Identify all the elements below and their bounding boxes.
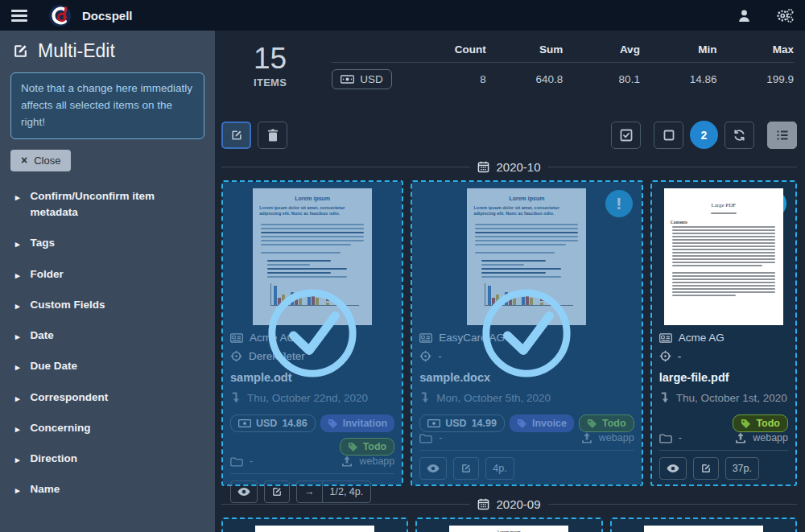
- preview-subtitle: Lorem ipsum dolor sit amet, consectetur …: [259, 205, 365, 217]
- edit-mode-button[interactable]: [221, 122, 251, 149]
- preview-eye-button[interactable]: [230, 480, 258, 503]
- item-list-area: 15 ITEMS Count Sum Avg Min Max: [215, 31, 805, 532]
- sidebar-item-direction[interactable]: ▸Direction: [10, 443, 204, 474]
- tag-badge: Todo: [340, 438, 395, 456]
- sidebar-item-tags[interactable]: ▸Tags: [10, 228, 204, 258]
- tag-icon: [328, 419, 338, 429]
- folder-icon: [659, 433, 672, 443]
- folder-source-row: - webapp: [230, 456, 394, 473]
- sidebar-item-correspondent[interactable]: ▸Correspondent: [10, 382, 204, 413]
- edit-item-button[interactable]: [693, 457, 719, 480]
- multi-edit-note: Note that a change here immediatly affec…: [10, 72, 204, 139]
- folder-icon: [419, 433, 432, 443]
- item-card[interactable]: ! Lorem ipsum Lorem ipsum dolor sit amet…: [411, 180, 642, 486]
- sidebar-item-custom-fields[interactable]: ▸Custom Fields: [10, 290, 204, 320]
- item-date-row: Mon, October 5th, 2020: [419, 392, 634, 404]
- item-cards-row: Keywords in PDF Lorem ipsum Lorem ipsum …: [221, 518, 797, 532]
- edit-icon: [12, 43, 29, 60]
- select-all-button[interactable]: [611, 122, 641, 149]
- next-attachment-button[interactable]: →: [297, 481, 322, 502]
- item-name[interactable]: large-file.pdf: [659, 371, 788, 384]
- page-count: 1/2, 4p.: [322, 481, 371, 502]
- preview-eye-button[interactable]: [419, 457, 447, 480]
- items-count: 15 ITEMS: [254, 43, 287, 89]
- item-preview[interactable]: Lorem ipsum Lorem ipsum dolor sit amet, …: [619, 526, 788, 532]
- card-footer: 37p.: [659, 450, 788, 480]
- edit-icon: [460, 463, 472, 474]
- user-icon[interactable]: [737, 8, 752, 23]
- delete-button[interactable]: [258, 122, 287, 149]
- caret-right-icon: ▸: [15, 423, 20, 436]
- folder-value: -: [250, 456, 253, 467]
- date-group-header: 2020-10: [221, 160, 797, 174]
- card-footer: 4p.: [419, 450, 634, 480]
- selected-count-badge: 2: [690, 121, 718, 149]
- address-card-icon: [419, 333, 432, 343]
- item-card[interactable]: Lorem ipsum Lorem ipsum dolor sit amet, …: [610, 518, 797, 532]
- multi-edit-toolbar: 2: [221, 121, 797, 149]
- item-preview[interactable]: Keywords in PDF: [230, 526, 399, 532]
- item-date-icon: [230, 392, 241, 404]
- sidebar-item-folder[interactable]: ▸Folder: [10, 259, 204, 290]
- stats-table: Count Sum Avg Min Max USD: [332, 43, 794, 89]
- amount-value: 14.99: [472, 418, 497, 429]
- cogs-icon[interactable]: [776, 8, 794, 23]
- stats-value-count: 8: [409, 73, 486, 85]
- sidebar-item-date[interactable]: ▸Date: [10, 320, 204, 351]
- page-count: 37p.: [725, 457, 759, 480]
- item-card[interactable]: Lorem ipsum Lorem ipsum dolor sit amet, …: [415, 518, 602, 532]
- folder-source-row: - webapp: [659, 432, 788, 450]
- item-card[interactable]: ! Large PDF Contents: [650, 180, 797, 486]
- folder-source-row: - webapp: [419, 432, 634, 450]
- caret-right-icon: ▸: [15, 299, 20, 313]
- edit-icon: [271, 486, 283, 497]
- items-count-number: 15: [254, 43, 287, 73]
- stats-header-avg: Avg: [563, 43, 640, 56]
- eye-icon: [427, 464, 440, 473]
- close-button[interactable]: × Close: [10, 150, 71, 171]
- docspell-logo[interactable]: [48, 4, 72, 27]
- item-preview[interactable]: Large PDF Contents: [659, 188, 788, 325]
- refresh-button[interactable]: [724, 122, 754, 149]
- stats-header-sum: Sum: [486, 43, 564, 56]
- preview-title: Lorem ipsum: [473, 196, 580, 201]
- sidebar-item-name[interactable]: ▸Name: [10, 474, 204, 505]
- concerning-name: -: [438, 350, 442, 362]
- caret-right-icon: ▸: [15, 269, 20, 282]
- sidebar-item-due-date[interactable]: ▸Due Date: [10, 351, 204, 381]
- item-preview[interactable]: Lorem ipsum Lorem ipsum dolor sit amet, …: [424, 526, 593, 532]
- item-card[interactable]: Lorem ipsum Lorem ipsum dolor sit amet, …: [221, 180, 403, 486]
- calendar-icon: [477, 498, 489, 510]
- stats-value-max: 199.9: [716, 73, 794, 85]
- sidebar-item-confirm-metadata[interactable]: ▸Confirm/Unconfirm item metadata: [10, 181, 204, 229]
- date-group-label: 2020-10: [496, 160, 540, 174]
- tag-badge: Invoice: [510, 414, 574, 432]
- tag-badge: Todo: [733, 414, 788, 432]
- list-view-toggle-button[interactable]: [767, 122, 797, 149]
- amount-value: 14.86: [282, 418, 307, 429]
- source-value: webapp: [753, 432, 788, 443]
- caret-right-icon: ▸: [15, 484, 20, 497]
- page-count: 4p.: [485, 457, 514, 480]
- deselect-all-button[interactable]: [654, 122, 683, 149]
- preview-eye-button[interactable]: [659, 457, 687, 480]
- caret-right-icon: ▸: [15, 237, 20, 251]
- concerning-row: -: [659, 350, 788, 362]
- sync-icon: [733, 129, 746, 142]
- address-card-icon: [659, 333, 672, 343]
- amount-badge: USD 14.99: [419, 414, 505, 432]
- menu-icon[interactable]: [11, 10, 27, 22]
- edit-item-button[interactable]: [264, 480, 290, 503]
- multi-edit-sidebar: Multi-Edit Note that a change here immed…: [0, 31, 215, 532]
- sidebar-item-concerning[interactable]: ▸Concerning: [10, 413, 204, 443]
- preview-title: Large PDF: [671, 202, 777, 208]
- edit-item-button[interactable]: [453, 457, 479, 480]
- stats-value-min: 14.86: [640, 73, 717, 85]
- source-value: webapp: [359, 456, 394, 467]
- item-card[interactable]: Keywords in PDF: [221, 518, 408, 532]
- item-date: Thu, October 1st, 2020: [676, 392, 787, 404]
- edit-sections: ▸Confirm/Unconfirm item metadata ▸Tags ▸…: [10, 181, 204, 505]
- stats-header-min: Min: [640, 43, 717, 56]
- stats-header-max: Max: [716, 43, 794, 56]
- tag-badge: Invitation: [320, 414, 395, 432]
